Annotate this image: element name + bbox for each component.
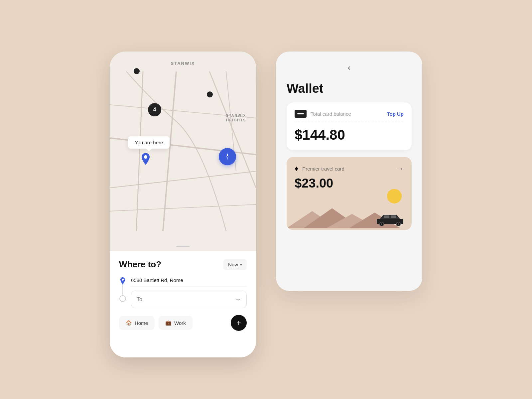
svg-point-8: [144, 155, 147, 159]
map-area: STANWIX STANWIXHEIGHTS 4 You are here: [110, 52, 256, 251]
travel-label: Premier travel card: [302, 166, 344, 172]
map-dot-1: [134, 68, 140, 74]
svg-marker-10: [226, 157, 228, 160]
wallet-title: Wallet: [287, 81, 412, 96]
travel-arrow-icon[interactable]: →: [397, 165, 404, 173]
top-up-button[interactable]: Top Up: [387, 111, 404, 117]
svg-line-2: [136, 71, 143, 231]
svg-rect-17: [384, 215, 389, 218]
svg-line-3: [209, 71, 256, 188]
bottom-panel: Where to? Now ▾: [110, 251, 256, 357]
compass-button[interactable]: [219, 148, 236, 165]
diamond-icon: ♦: [295, 164, 298, 173]
scroll-indicator: [176, 246, 190, 247]
plus-icon: +: [236, 318, 241, 328]
add-button[interactable]: +: [231, 315, 247, 331]
work-button[interactable]: 💼 Work: [159, 316, 193, 330]
car-decoration: [375, 213, 405, 227]
svg-point-22: [398, 223, 399, 225]
svg-line-7: [110, 204, 256, 211]
balance-divider: [295, 122, 404, 122]
travel-amount: $23.00: [295, 176, 404, 191]
home-icon: 🏠: [126, 320, 132, 326]
stanwix-heights-label: STANWIXHEIGHTS: [226, 113, 246, 123]
travel-card-top: ♦ Premier travel card →: [295, 164, 404, 173]
work-label: Work: [174, 320, 186, 326]
stanwix-label: STANWIX: [171, 61, 195, 66]
scene: STANWIX STANWIXHEIGHTS 4 You are here: [110, 42, 422, 357]
svg-point-20: [381, 223, 382, 225]
you-are-here-bubble: You are here: [128, 136, 170, 149]
travel-card-left: ♦ Premier travel card: [295, 164, 344, 173]
blue-location-pin: [140, 153, 152, 166]
map-dot-2: [207, 91, 213, 97]
shortcut-row: 🏠 Home 💼 Work +: [119, 315, 247, 331]
svg-rect-18: [391, 215, 396, 218]
travel-card: ♦ Premier travel card → $23.00: [287, 157, 412, 230]
from-address: 6580 Bartlett Rd, Rome: [131, 277, 247, 286]
balance-amount: $144.80: [295, 127, 404, 143]
chevron-down-icon: ▾: [240, 262, 242, 267]
address-section: 6580 Bartlett Rd, Rome →: [119, 277, 247, 308]
now-label: Now: [228, 262, 238, 267]
where-to-row: Where to? Now ▾: [119, 259, 247, 270]
address-inputs: 6580 Bartlett Rd, Rome →: [131, 277, 247, 308]
balance-card-left: Total card balance: [295, 110, 351, 118]
sun-decoration: [387, 189, 402, 203]
to-circle-icon: [119, 295, 126, 302]
to-row[interactable]: →: [131, 291, 247, 308]
svg-point-11: [122, 279, 124, 281]
card-icon: [295, 110, 307, 118]
from-pin-icon: [119, 277, 126, 285]
address-icon-col: [119, 277, 126, 302]
map-number-marker: 4: [148, 103, 161, 116]
balance-card-top: Total card balance Top Up: [295, 110, 404, 118]
to-input[interactable]: [137, 297, 234, 303]
back-button[interactable]: ‹: [287, 64, 412, 72]
balance-card: Total card balance Top Up $144.80: [287, 102, 412, 150]
svg-line-4: [110, 171, 256, 188]
home-label: Home: [135, 320, 148, 326]
now-button[interactable]: Now ▾: [223, 259, 247, 270]
addr-line: [122, 285, 123, 295]
where-to-title: Where to?: [119, 259, 161, 270]
left-phone: STANWIX STANWIXHEIGHTS 4 You are here: [110, 52, 256, 357]
svg-line-0: [163, 71, 176, 231]
to-arrow-icon: →: [234, 296, 241, 303]
work-icon: 💼: [165, 320, 172, 326]
svg-marker-9: [226, 153, 228, 157]
balance-label: Total card balance: [311, 111, 351, 117]
wallet-panel: ‹ Wallet Total card balance Top Up $144.…: [276, 52, 422, 291]
home-button[interactable]: 🏠 Home: [119, 316, 155, 330]
